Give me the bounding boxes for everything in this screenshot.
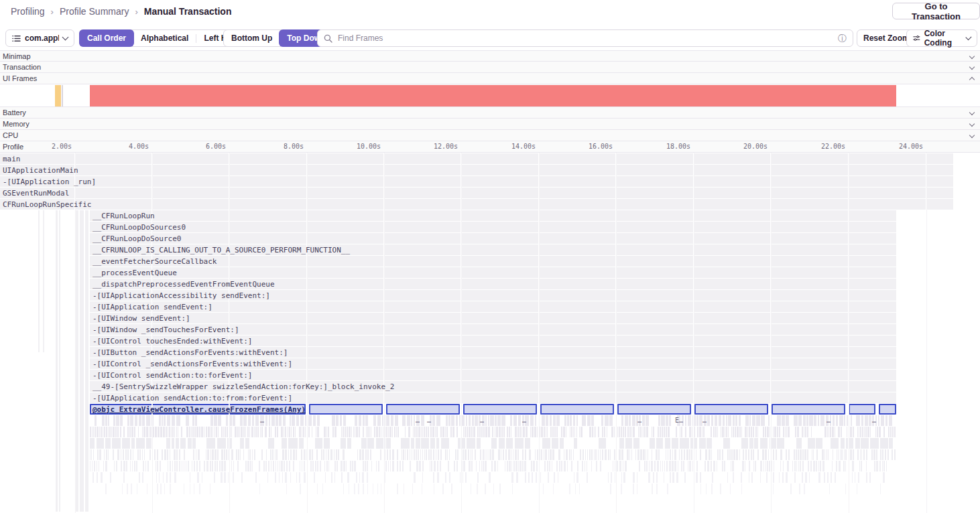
flame-frame-tiny[interactable]: [722, 461, 723, 471]
flame-frame-tiny[interactable]: [477, 484, 478, 494]
flame-frame-tiny[interactable]: [533, 461, 535, 471]
flame-frame-tiny[interactable]: [852, 461, 854, 471]
flame-frame-selected[interactable]: [849, 404, 875, 415]
flame-frame-tiny[interactable]: [388, 461, 389, 471]
flame-frame-tiny[interactable]: [672, 449, 673, 460]
flame-frame-tiny[interactable]: [142, 415, 145, 426]
flame-frame-tiny[interactable]: [797, 427, 799, 437]
flame-frame-tiny[interactable]: [866, 449, 867, 460]
flame-frame-tiny[interactable]: [523, 427, 525, 437]
flame-frame-tiny[interactable]: [301, 449, 302, 460]
flame-frame-tiny[interactable]: [221, 461, 223, 471]
flame-frame-tiny[interactable]: [299, 472, 300, 483]
flame-frame-tiny[interactable]: [619, 449, 621, 460]
flame-frame-tiny[interactable]: [666, 449, 667, 460]
info-icon[interactable]: ⓘ: [838, 34, 847, 43]
flame-frame-tiny[interactable]: [95, 427, 96, 437]
flame-frame-tiny[interactable]: [513, 415, 517, 426]
flame-frame-tiny[interactable]: [653, 427, 654, 437]
flame-frame-tiny[interactable]: [777, 415, 781, 426]
flame-frame-tiny[interactable]: [773, 484, 774, 494]
flame-frame-tiny[interactable]: [763, 427, 765, 437]
flame-frame-tiny[interactable]: [147, 461, 149, 471]
flame-frame-tiny[interactable]: [745, 461, 745, 471]
flame-frame-tiny[interactable]: [109, 427, 111, 437]
flame-frame-tiny[interactable]: [878, 415, 879, 426]
flame-frame-tiny[interactable]: [302, 427, 302, 437]
flame-frame-tiny[interactable]: [850, 427, 852, 437]
flame-frame-tiny[interactable]: [440, 427, 442, 437]
flame-frame-tiny[interactable]: [876, 461, 877, 471]
flame-frame-tiny[interactable]: [857, 484, 857, 494]
flame-frame-tiny[interactable]: [768, 449, 770, 460]
flame-frame-tiny[interactable]: [794, 415, 798, 426]
flame-frame-tiny[interactable]: [660, 461, 662, 471]
flame-frame-tiny[interactable]: [436, 449, 436, 460]
flame-frame-tiny[interactable]: [524, 461, 526, 471]
section-battery[interactable]: Battery: [0, 107, 980, 119]
flame-frame-tiny[interactable]: [164, 484, 165, 494]
flame-frame-tiny[interactable]: [405, 449, 406, 460]
sort-call-order-button[interactable]: Call Order: [79, 29, 134, 47]
flame-frame-tiny[interactable]: [664, 461, 665, 471]
flame-frame-tiny[interactable]: [316, 427, 316, 437]
flame-frame-tiny[interactable]: [755, 427, 757, 437]
flame-frame-tiny[interactable]: [699, 427, 701, 437]
flame-frame-tiny[interactable]: [354, 461, 356, 471]
flame-frame-tiny[interactable]: [182, 461, 182, 471]
flame-frame-tiny[interactable]: [99, 449, 101, 460]
flame-frame-tiny[interactable]: [110, 472, 111, 483]
flame-frame-tiny[interactable]: [604, 427, 605, 437]
flame-frame-tiny[interactable]: [108, 415, 109, 426]
flame-frame-tiny[interactable]: [433, 449, 435, 460]
flame-frame[interactable]: [90, 210, 896, 221]
flame-frame-tiny[interactable]: [532, 427, 534, 437]
flame-frame-tiny[interactable]: [97, 472, 99, 483]
flame-frame-tiny[interactable]: [272, 449, 273, 460]
flame-frame-tiny[interactable]: [332, 415, 335, 426]
flame-frame-tiny[interactable]: [324, 461, 326, 471]
flame-frame[interactable]: [90, 267, 896, 278]
flame-frame-tiny[interactable]: [463, 472, 463, 483]
flame-frame-tiny[interactable]: [407, 415, 410, 426]
flame-frame-tiny[interactable]: [282, 438, 287, 449]
flame-frame-tiny[interactable]: [365, 449, 367, 460]
flame-frame-tiny[interactable]: [637, 449, 639, 460]
flame-frame-tiny[interactable]: [284, 461, 285, 471]
flame-frame-tiny[interactable]: [756, 415, 760, 426]
flame-frame-tiny[interactable]: [536, 461, 538, 471]
flame-frame-tiny[interactable]: [580, 427, 583, 437]
flame-frame-tiny[interactable]: [351, 427, 353, 437]
flame-frame-tiny[interactable]: [300, 461, 300, 471]
flame-frame-tiny[interactable]: [167, 449, 168, 460]
flame-frame-tiny[interactable]: [413, 427, 414, 437]
flame-frame-tiny[interactable]: [547, 461, 548, 471]
flame-frame-tiny[interactable]: [105, 484, 107, 494]
flame-frame-tiny[interactable]: [231, 449, 233, 460]
flame-frame-tiny[interactable]: [726, 415, 727, 426]
flame-frame-tiny[interactable]: [585, 461, 586, 471]
flame-frame-tiny[interactable]: [651, 461, 653, 471]
flame-frame-tiny[interactable]: [816, 449, 817, 460]
flame-frame-tiny[interactable]: [467, 427, 468, 437]
flame-frame-tiny[interactable]: [99, 427, 100, 437]
flame-frame-tiny[interactable]: [233, 461, 234, 471]
flame-frame-tiny[interactable]: [218, 415, 221, 426]
flame-frame-tiny[interactable]: [430, 461, 431, 471]
flame-frame-tiny[interactable]: [221, 472, 222, 483]
flame-frame-tiny[interactable]: [221, 427, 223, 437]
flame-frame-tiny[interactable]: [535, 415, 536, 426]
flame-frame-tiny[interactable]: [257, 427, 259, 437]
flame-frame-tiny[interactable]: [846, 438, 853, 449]
flame-frame-tiny[interactable]: [361, 438, 367, 449]
flame-frame-tiny[interactable]: [488, 427, 490, 437]
flame-frame-tiny[interactable]: [548, 449, 549, 460]
flame-frame-tiny[interactable]: [125, 449, 127, 460]
flame-frame-tiny[interactable]: [827, 472, 829, 483]
flame-frame-tiny[interactable]: [414, 472, 416, 483]
flame-frame-tiny[interactable]: [261, 449, 263, 460]
flame-frame-tiny[interactable]: [176, 427, 177, 437]
flame-frame-tiny[interactable]: [192, 415, 194, 426]
flame-frame-tiny[interactable]: [494, 461, 496, 471]
flame-frame-tiny[interactable]: [421, 427, 422, 437]
